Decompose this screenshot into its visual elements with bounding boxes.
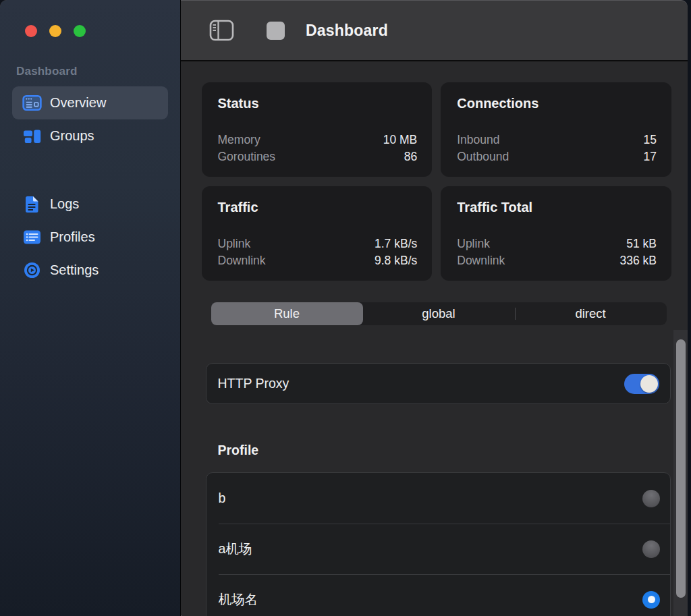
stat-row: Uplink 1.7 kB/s	[218, 235, 418, 252]
sidebar-item-label: Profiles	[50, 229, 95, 245]
segment-direct[interactable]: direct	[515, 302, 667, 325]
stat-row: Inbound 15	[457, 132, 657, 148]
card-title: Status	[218, 96, 418, 111]
connections-card: Connections Inbound 15 Outbound 17	[441, 82, 671, 177]
traffic-lights	[25, 25, 86, 37]
card-title: Traffic Total	[457, 200, 657, 215]
stat-row: Uplink 51 kB	[457, 235, 657, 252]
close-button[interactable]	[25, 25, 37, 37]
traffic-total-card: Traffic Total Uplink 51 kB Downlink 336 …	[441, 186, 671, 281]
stat-value: 15	[644, 132, 657, 148]
stat-value: 51 kB	[626, 235, 657, 252]
stat-label: Downlink	[218, 252, 266, 269]
http-proxy-row: HTTP Proxy	[206, 363, 671, 404]
zoom-button[interactable]	[74, 25, 86, 37]
mode-segmented-control: Rule global direct	[211, 302, 667, 325]
window-title: Dashboard	[306, 22, 388, 40]
toggle-knob	[640, 375, 658, 393]
status-card: Status Memory 10 MB Goroutines 86	[202, 82, 433, 177]
overview-icon	[21, 94, 43, 111]
traffic-card: Traffic Uplink 1.7 kB/s Downlink 9.8 kB/…	[202, 186, 433, 281]
sidebar-section-label: Dashboard	[16, 65, 78, 78]
sidebar-item-profiles[interactable]: Profiles	[12, 221, 168, 254]
stat-label: Goroutines	[218, 148, 276, 165]
http-proxy-toggle[interactable]	[624, 374, 659, 394]
sidebar-item-label: Logs	[50, 196, 79, 212]
stat-value: 9.8 kB/s	[375, 252, 417, 269]
profiles-icon	[21, 229, 43, 245]
main-content: Status Memory 10 MB Goroutines 86 Connec…	[182, 61, 688, 616]
stat-row: Downlink 9.8 kB/s	[218, 252, 418, 269]
sidebar-item-groups[interactable]: Groups	[12, 119, 168, 152]
stat-label: Outbound	[457, 148, 509, 165]
stat-value: 336 kB	[620, 252, 657, 269]
stat-label: Memory	[218, 132, 260, 148]
sidebar-item-label: Overview	[50, 95, 106, 111]
sidebar: Dashboard Overview	[0, 0, 181, 616]
card-title: Connections	[457, 96, 657, 111]
stat-row: Downlink 336 kB	[457, 252, 657, 269]
sidebar-item-settings[interactable]: Settings	[12, 254, 168, 287]
stat-value: 10 MB	[383, 132, 418, 148]
profile-row-a-airport[interactable]: a机场	[206, 524, 671, 574]
stat-label: Downlink	[457, 252, 505, 269]
sidebar-group-general: Logs Profiles	[12, 188, 168, 287]
stat-label: Inbound	[457, 132, 499, 148]
groups-icon	[21, 128, 43, 144]
sidebar-group-dashboard: Overview Groups	[12, 86, 168, 152]
titlebar: Dashboard	[181, 0, 688, 61]
segment-global[interactable]: global	[363, 302, 515, 325]
toggle-sidebar-button[interactable]	[209, 20, 234, 41]
profile-row-b[interactable]: b	[206, 473, 671, 524]
scrollbar-thumb[interactable]	[676, 339, 686, 598]
sidebar-item-label: Settings	[50, 262, 99, 278]
http-proxy-label: HTTP Proxy	[218, 376, 289, 391]
profile-radio[interactable]	[642, 540, 660, 558]
app-icon	[267, 22, 285, 40]
stat-row: Goroutines 86	[218, 148, 418, 165]
stat-label: Uplink	[218, 235, 251, 252]
logs-icon	[21, 196, 43, 213]
stat-row: Outbound 17	[457, 148, 657, 165]
settings-icon	[21, 262, 43, 279]
profile-name: b	[219, 491, 226, 506]
profile-section-title: Profile	[218, 443, 688, 458]
stat-cards: Status Memory 10 MB Goroutines 86 Connec…	[182, 61, 688, 281]
stat-label: Uplink	[457, 235, 490, 252]
sidebar-item-label: Groups	[50, 128, 94, 144]
profile-row-airport-name[interactable]: 机场名	[206, 574, 671, 616]
sidebar-item-logs[interactable]: Logs	[12, 188, 168, 221]
stat-value: 1.7 kB/s	[375, 235, 417, 252]
profile-list: b a机场 机场名	[206, 472, 671, 616]
stat-value: 86	[404, 148, 417, 165]
card-title: Traffic	[218, 200, 418, 215]
stat-row: Memory 10 MB	[218, 132, 418, 148]
stat-value: 17	[644, 148, 657, 165]
profile-name: 机场名	[219, 590, 258, 609]
sidebar-item-overview[interactable]: Overview	[12, 86, 168, 119]
profile-radio-selected[interactable]	[642, 591, 660, 609]
profile-name: a机场	[219, 540, 252, 558]
segment-rule[interactable]: Rule	[211, 302, 363, 325]
app-window: Dashboard Overview	[0, 0, 688, 616]
minimize-button[interactable]	[49, 25, 61, 37]
segment-divider	[515, 308, 516, 320]
profile-radio[interactable]	[642, 490, 660, 507]
